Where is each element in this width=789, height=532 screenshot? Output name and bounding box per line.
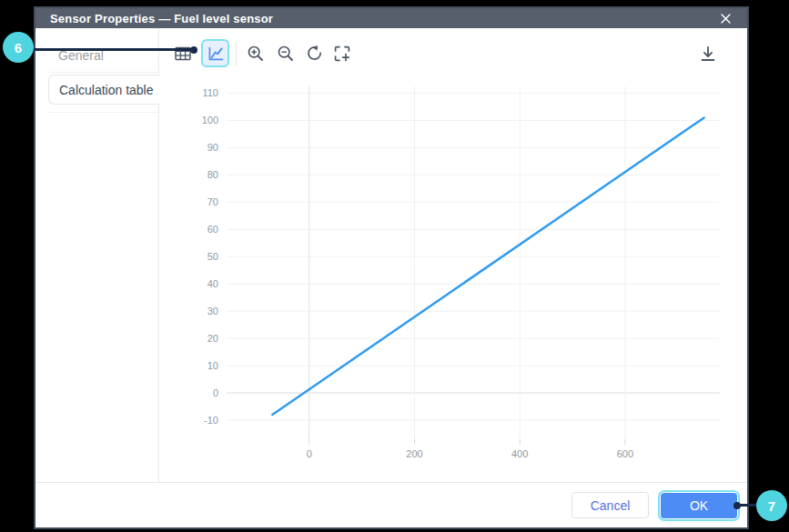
reset-view-button[interactable] [301,41,327,66]
dialog-titlebar: Sensor Properties — Fuel level sensor [35,8,747,28]
ok-button-highlight: OK [658,490,740,521]
calibration-chart[interactable]: -1001020304050607080901001100200400600 [159,83,747,482]
callout-badge-6: 6 [3,32,34,63]
y-tick-label: 80 [207,169,218,180]
tab-separator [48,112,158,113]
zoom-out-button[interactable] [273,41,298,66]
x-tick-label: 600 [617,448,633,459]
callout-line-6 [16,48,193,51]
tab-calculation-table[interactable]: Calculation table [48,75,159,105]
dialog-body: General Calculation table [35,28,747,482]
zoom-out-icon [277,45,295,63]
zoom-in-button[interactable] [243,41,268,66]
expand-button[interactable] [329,41,355,66]
dialog-title: Sensor Properties — Fuel level sensor [50,12,273,25]
y-tick-label: 70 [207,196,218,207]
y-tick-label: 50 [207,251,218,262]
close-icon[interactable] [718,11,733,25]
y-tick-label: 110 [202,87,218,98]
x-tick-label: 400 [511,448,528,459]
y-tick-label: -10 [204,415,218,426]
y-tick-label: 10 [207,360,218,371]
reset-view-icon [305,45,323,63]
x-tick-label: 0 [307,448,312,459]
toolbar-divider [236,42,237,65]
callout-dot-7 [733,502,741,509]
y-tick-label: 0 [213,387,218,398]
y-tick-label: 100 [202,115,218,125]
screen: Sensor Properties — Fuel level sensor Ge… [0,0,789,532]
sensor-properties-dialog: Sensor Properties — Fuel level sensor Ge… [34,6,749,529]
tab-list: General Calculation table [35,28,159,482]
calculation-table-panel: -1001020304050607080901001100200400600 [159,28,747,482]
dialog-footer: Cancel OK [35,482,747,527]
chart-view-icon [207,45,225,63]
download-button[interactable] [695,41,721,66]
table-view-button[interactable] [170,41,196,66]
x-tick-label: 200 [406,448,422,459]
y-tick-label: 30 [207,306,218,316]
ok-button[interactable]: OK [661,493,737,518]
chart-view-button[interactable] [201,39,229,67]
chart-line [272,117,703,415]
expand-icon [333,45,351,63]
cancel-button[interactable]: Cancel [572,492,649,518]
y-tick-label: 20 [207,333,218,344]
table-view-icon [174,45,192,63]
callout-dot-6 [190,46,197,54]
download-icon [699,45,717,63]
y-tick-label: 40 [207,278,218,289]
callout-badge-7: 7 [756,490,787,521]
zoom-in-icon [247,45,265,63]
y-tick-label: 60 [207,224,218,235]
tab-separator [49,72,158,73]
y-tick-label: 90 [207,142,218,153]
